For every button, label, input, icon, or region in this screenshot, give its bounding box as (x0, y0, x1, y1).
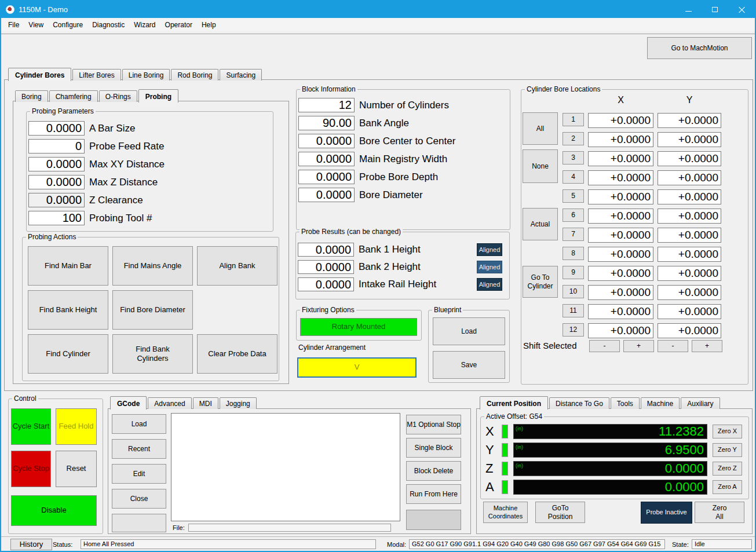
shift-button[interactable]: - (589, 340, 620, 352)
tab-o-rings[interactable]: O-Rings (99, 90, 137, 102)
cylinder-arrangement-button[interactable]: V (297, 357, 417, 378)
menu-item[interactable]: File (3, 19, 24, 31)
zero-axis-button[interactable]: Zero Y (713, 443, 742, 457)
parameter-input[interactable] (28, 157, 85, 171)
cylinder-number-button[interactable]: 8 (563, 247, 584, 260)
bore-y-input[interactable] (658, 151, 721, 166)
menu-item[interactable]: Diagnostic (87, 19, 129, 31)
block-info-input[interactable] (298, 170, 355, 184)
bore-y-input[interactable] (658, 323, 721, 338)
menu-item[interactable]: Wizard (129, 19, 160, 31)
block-info-input[interactable] (298, 116, 355, 130)
cycle-start-button[interactable]: Cycle Start (11, 408, 51, 445)
cylinder-number-button[interactable]: 9 (563, 266, 584, 279)
gcode-run-option-button[interactable]: Block Delete (406, 461, 461, 481)
zero-axis-button[interactable]: Zero X (713, 425, 742, 438)
bore-x-input[interactable] (588, 113, 653, 128)
parameter-input[interactable] (28, 175, 85, 189)
bore-y-input[interactable] (658, 113, 721, 128)
blueprint-save-button[interactable]: Save (433, 351, 505, 379)
aligned-badge[interactable]: Aligned (477, 261, 502, 273)
goto-position-button[interactable]: GoTo Position (535, 502, 585, 523)
gcode-file-button[interactable]: Load (112, 414, 166, 434)
block-info-input[interactable] (298, 152, 355, 166)
probe-result-input[interactable] (298, 260, 354, 274)
tab-machine[interactable]: Machine (641, 397, 680, 409)
cylinder-number-button[interactable]: 2 (563, 132, 584, 145)
clear-probe-data-button[interactable]: Clear Probe Data (197, 334, 277, 374)
bore-y-input[interactable] (658, 247, 721, 262)
bore-y-input[interactable] (658, 132, 721, 147)
menu-item[interactable]: View (24, 19, 48, 31)
tab-boring[interactable]: Boring (15, 90, 48, 102)
cycle-stop-button[interactable]: Cycle Stop (11, 451, 51, 487)
cylinder-number-button[interactable]: 11 (563, 304, 584, 317)
gcode-file-button[interactable]: Edit (112, 464, 166, 484)
zero-axis-button[interactable]: Zero A (713, 480, 742, 494)
tab-gcode[interactable]: GCode (110, 396, 147, 410)
tab-distance-to-go[interactable]: Distance To Go (549, 397, 609, 409)
bore-x-input[interactable] (588, 132, 653, 147)
block-info-input[interactable] (298, 134, 355, 148)
disable-button[interactable]: Disable (11, 495, 97, 526)
bore-y-input[interactable] (658, 228, 721, 243)
tab-advanced[interactable]: Advanced (148, 397, 191, 409)
gcode-run-option-button[interactable]: Run From Here (406, 484, 461, 504)
block-info-input[interactable] (298, 188, 355, 202)
cylinder-number-button[interactable]: 10 (563, 285, 584, 298)
minimize-button[interactable] (675, 1, 702, 18)
probe-inactive-button[interactable]: Probe Inactive (641, 502, 692, 524)
find-bank-cylinders-button[interactable]: Find Bank Cylinders (112, 334, 193, 374)
bore-y-input[interactable] (658, 266, 721, 281)
tab-rod-boring[interactable]: Rod Boring (171, 69, 218, 81)
parameter-input[interactable] (28, 193, 85, 207)
tab-chamfering[interactable]: Chamfering (49, 90, 98, 102)
bore-x-input[interactable] (588, 304, 653, 319)
gcode-run-option-button[interactable]: M1 Optional Stop (406, 415, 461, 434)
blueprint-load-button[interactable]: Load (433, 317, 505, 345)
feed-hold-button[interactable]: Feed Hold (56, 408, 97, 445)
aligned-badge[interactable]: Aligned (477, 278, 502, 291)
probe-result-input[interactable] (298, 243, 354, 257)
cylinder-number-button[interactable]: 5 (563, 189, 584, 203)
parameter-input[interactable] (28, 211, 85, 225)
maximize-button[interactable] (702, 1, 728, 18)
bore-x-input[interactable] (588, 228, 653, 243)
tab-mdi[interactable]: MDI (193, 397, 218, 409)
find-bank-height-button[interactable]: Find Bank Height (28, 290, 108, 330)
bore-x-input[interactable] (588, 170, 653, 185)
gcode-view[interactable] (171, 413, 400, 521)
tab-line-boring[interactable]: Line Boring (122, 69, 170, 81)
tab-current-position[interactable]: Current Position (480, 396, 548, 410)
blank-button[interactable] (112, 514, 166, 532)
zero-all-button[interactable]: Zero All (695, 502, 744, 523)
tab-surfacing[interactable]: Surfacing (220, 69, 262, 81)
bore-x-input[interactable] (588, 247, 653, 262)
tab-lifter-bores[interactable]: Lifter Bores (72, 69, 120, 81)
bore-x-input[interactable] (588, 323, 653, 338)
reset-button[interactable]: Reset (56, 451, 97, 487)
history-button[interactable]: History (10, 539, 52, 550)
shift-button[interactable]: - (658, 340, 688, 352)
blank-button[interactable] (406, 510, 461, 530)
cylinder-number-button[interactable]: 4 (563, 170, 584, 184)
cylinder-number-button[interactable]: 6 (563, 209, 584, 222)
menu-item[interactable]: Operator (160, 19, 197, 31)
bore-y-input[interactable] (658, 304, 721, 319)
parameter-input[interactable] (28, 139, 85, 153)
bore-x-input[interactable] (588, 266, 653, 281)
rotary-mounted-button[interactable]: Rotary Mounted (300, 318, 417, 336)
probe-result-input[interactable] (298, 277, 354, 291)
machine-coordinates-button[interactable]: Machine Coordinates (483, 502, 528, 523)
tab-jogging[interactable]: Jogging (220, 397, 257, 409)
go-to-machmotion-button[interactable]: Go to MachMotion (647, 37, 752, 59)
shift-button[interactable]: + (623, 340, 654, 352)
cylinder-number-button[interactable]: 3 (563, 151, 584, 164)
tab-cylinder-bores[interactable]: Cylinder Bores (8, 68, 71, 81)
bore-y-input[interactable] (658, 209, 721, 224)
find-cylinder-button[interactable]: Find Cylinder (28, 334, 108, 374)
bore-x-input[interactable] (588, 189, 653, 204)
block-info-input[interactable] (298, 98, 355, 112)
menu-item[interactable]: Help (197, 19, 221, 31)
parameter-input[interactable] (28, 121, 85, 136)
